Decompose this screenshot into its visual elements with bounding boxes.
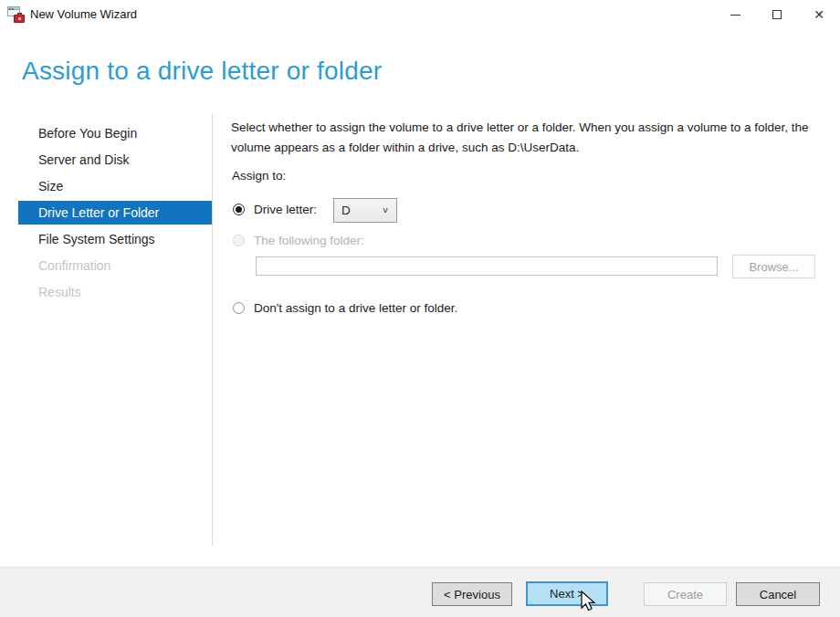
browse-button: Browse... xyxy=(732,255,815,278)
no-assign-radio[interactable] xyxy=(233,302,245,314)
page-description: Select whether to assign the volume to a… xyxy=(231,118,817,158)
minimize-button[interactable] xyxy=(714,0,756,29)
drive-letter-dropdown[interactable]: D ∨ xyxy=(333,198,397,223)
step-file-system-settings[interactable]: File System Settings xyxy=(18,227,212,251)
folder-radio xyxy=(233,235,245,246)
close-icon: ✕ xyxy=(814,8,824,21)
window-title: New Volume Wizard xyxy=(30,7,137,21)
step-size[interactable]: Size xyxy=(18,174,212,198)
cancel-button[interactable]: Cancel xyxy=(736,582,820,606)
previous-button[interactable]: < Previous xyxy=(432,582,512,606)
sidebar-divider xyxy=(212,114,213,546)
step-drive-letter-or-folder[interactable]: Drive Letter or Folder xyxy=(18,201,212,225)
no-assign-label[interactable]: Don't assign to a drive letter or folder… xyxy=(254,301,457,315)
next-button[interactable]: Next > xyxy=(526,581,608,606)
step-before-you-begin[interactable]: Before You Begin xyxy=(18,121,212,145)
step-confirmation: Confirmation xyxy=(18,254,212,277)
assign-to-label: Assign to: xyxy=(232,169,286,183)
close-button[interactable]: ✕ xyxy=(798,0,840,29)
drive-letter-radio[interactable] xyxy=(233,204,245,215)
titlebar: New Volume Wizard ✕ xyxy=(0,0,840,29)
drive-letter-label[interactable]: Drive letter: xyxy=(254,203,326,216)
page-title: Assign to a drive letter or folder xyxy=(22,57,382,86)
create-button: Create xyxy=(644,582,727,606)
folder-path-input xyxy=(256,256,718,276)
maximize-icon xyxy=(772,10,782,19)
folder-radio-label: The following folder: xyxy=(254,234,364,247)
wizard-steps-sidebar: Before You Begin Server and Disk Size Dr… xyxy=(18,121,212,307)
minimize-icon xyxy=(730,15,740,16)
maximize-button[interactable] xyxy=(756,0,798,29)
chevron-down-icon: ∨ xyxy=(382,205,389,214)
new-volume-wizard-window: New Volume Wizard ✕ Assign to a drive le… xyxy=(0,0,840,617)
step-results: Results xyxy=(18,280,212,304)
server-manager-icon xyxy=(7,6,25,23)
step-server-and-disk[interactable]: Server and Disk xyxy=(18,148,212,172)
drive-letter-value: D xyxy=(341,204,351,217)
